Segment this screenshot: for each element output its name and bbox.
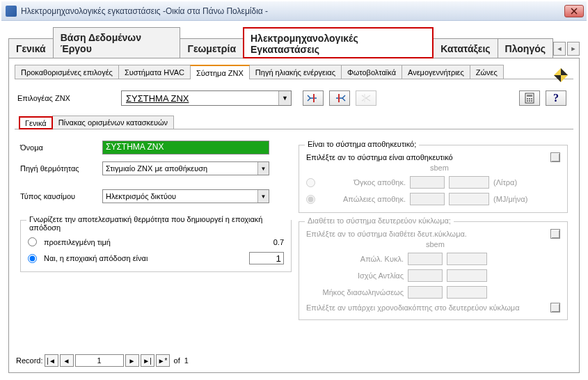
insert-right-icon: [333, 93, 346, 103]
storage-loss-unit: (MJ/μήνα): [493, 195, 534, 203]
subtab-defaults[interactable]: Προκαθορισμένες επιλογές: [15, 65, 119, 79]
record-first-button[interactable]: |◄: [45, 354, 58, 367]
secondary-group-title: Διαθέτει το σύστημα δευτερεύον κύκλωμα;: [305, 216, 454, 225]
subtab-pv[interactable]: Φωτοβολταϊκά: [341, 65, 402, 79]
inner-body: Όνομα ΣΥΣΤΗΜΑ ZNX Πηγή θερμότητας Στιγμι…: [15, 129, 573, 353]
efficiency-custom-radio[interactable]: [28, 254, 37, 263]
tab-project-db[interactable]: Βάση Δεδομένων Έργου: [53, 27, 181, 58]
tabs-inner: Γενικά Πίνακας ορισμένων κατασκευών: [15, 116, 573, 129]
insert-left-icon: [307, 93, 319, 103]
help-icon: ?: [553, 92, 559, 104]
sbem-column-header: sbem: [430, 164, 449, 172]
record-number-input[interactable]: [75, 354, 124, 367]
close-icon: [571, 8, 578, 15]
tabs-sub: Προκαθορισμένες επιλογές Συστήματα HVAC …: [15, 64, 573, 79]
heat-source-value: Στιγμιαίο ZNX με αποθήκευση: [106, 164, 207, 173]
efficiency-default-label: προεπιλεγμένη τιμή: [44, 238, 111, 246]
storage-volume-radio[interactable]: [306, 178, 315, 187]
efficiency-custom-input[interactable]: [249, 252, 284, 264]
svg-rect-4: [338, 94, 340, 102]
secondary-pump-label: Ισχύς Αντλίας: [306, 271, 404, 280]
storage-loss-sbem-button[interactable]: [410, 193, 445, 205]
remove-icon: [360, 93, 372, 103]
record-total: 1: [184, 356, 189, 365]
storage-loss-label: Απώλειες αποθηκ.: [322, 195, 406, 203]
secondary-loss-label: Απώλ. Κυκλ.: [306, 255, 404, 263]
record-prev-button[interactable]: ◄: [60, 354, 74, 367]
efficiency-group: Γνωρίζετε την αποτελεσματική θερμότητα π…: [20, 220, 292, 272]
help-button[interactable]: ?: [546, 90, 566, 106]
znx-selector-combo[interactable]: ΣΥΣΤΗΜΑ ZNX ▼: [121, 90, 292, 106]
storage-loss-radio[interactable]: [306, 195, 315, 204]
efficiency-default-radio[interactable]: [28, 237, 37, 246]
remove-button[interactable]: [356, 90, 376, 106]
svg-point-8: [527, 98, 528, 100]
record-of-label: of: [174, 356, 180, 365]
secondary-loss-input: [447, 253, 487, 265]
subtab-znx[interactable]: Σύστημα ZNX: [190, 65, 250, 79]
secondary-checkbox[interactable]: [550, 229, 560, 239]
titlebar: Ηλεκτρομηχανολογικές εγκαταστάσεις -Οικί…: [1, 1, 587, 21]
calculator-icon: [525, 93, 534, 104]
close-button[interactable]: [564, 5, 584, 17]
svg-rect-7: [527, 95, 532, 97]
subtab-solar[interactable]: Πηγή ηλιακής ενέργειας: [249, 65, 342, 79]
record-navigator: Record: |◄ ◄ ► ►| ►* of 1: [15, 353, 573, 367]
storage-group-title: Είναι το σύστημα αποθηκευτικό;: [305, 140, 419, 148]
efficiency-custom-label: Ναι, η εποχιακή απόδοση είναι: [44, 254, 148, 262]
record-next-button[interactable]: ►: [125, 354, 139, 367]
insert-right-button[interactable]: [329, 90, 350, 106]
storage-group: Είναι το σύστημα αποθηκευτικό; Επιλέξτε …: [299, 145, 568, 213]
selector-row: Επιλογέας ZNX ΣΥΣΤΗΜΑ ZNX ▼: [15, 79, 573, 113]
tab-scroll-left[interactable]: ◄: [553, 42, 566, 56]
secondary-group: Διαθέτει το σύστημα δευτερεύον κύκλωμα; …: [299, 221, 568, 320]
subtab-wind[interactable]: Ανεμογεννήτριες: [402, 65, 470, 79]
svg-point-10: [531, 98, 532, 100]
record-last-button[interactable]: ►|: [141, 354, 154, 367]
znx-selector-value: ΣΥΣΤΗΜΑ ZNX: [126, 93, 189, 104]
insert-left-button[interactable]: [303, 90, 324, 106]
app-logo-icon: [553, 67, 569, 84]
secondary-timer-label: Επιλέξτε αν υπάρχει χρονοδιακόπτης στο δ…: [306, 303, 546, 312]
panel-body: Προκαθορισμένες επιλογές Συστήματα HVAC …: [8, 58, 580, 373]
secondary-length-label: Μήκος διασωληνώσεως: [306, 288, 404, 296]
tabs-main: Γενικά Βάση Δεδομένων Έργου Γεωμετρία Ηλ…: [8, 26, 580, 58]
tab-ratings[interactable]: Κατατάξεις: [433, 38, 498, 58]
storage-checkbox[interactable]: [550, 152, 560, 162]
inner-tab-constructions[interactable]: Πίνακας ορισμένων κατασκευών: [52, 116, 174, 129]
tab-mep[interactable]: Ηλεκτρομηχανολογικές Εγκαταστάσεις: [243, 27, 434, 58]
dropdown-icon: ▼: [257, 162, 269, 175]
svg-rect-5: [364, 94, 365, 102]
storage-volume-sbem-button[interactable]: [410, 176, 445, 189]
storage-loss-input[interactable]: [449, 193, 489, 205]
secondary-length-input: [447, 286, 487, 299]
app-titlebar-icon: [6, 6, 17, 17]
tab-navigator[interactable]: Πλοηγός: [498, 38, 553, 58]
svg-rect-3: [313, 94, 315, 102]
subtab-zones[interactable]: Ζώνες: [470, 65, 504, 79]
tab-scroll-right[interactable]: ►: [567, 42, 580, 56]
efficiency-group-title: Γνωρίζετε την αποτελεσματική θερμότητα π…: [26, 215, 291, 232]
svg-point-11: [527, 100, 528, 102]
calculator-button[interactable]: [519, 90, 540, 106]
subtab-hvac[interactable]: Συστήματα HVAC: [118, 65, 191, 79]
heat-source-combo[interactable]: Στιγμιαίο ZNX με αποθήκευση ▼: [102, 161, 269, 175]
secondary-timer-checkbox: [550, 303, 560, 312]
tab-general[interactable]: Γενικά: [8, 38, 54, 58]
storage-volume-unit: (Λίτρα): [493, 178, 534, 187]
secondary-pump-sbem-button: [408, 269, 443, 282]
name-input[interactable]: ΣΥΣΤΗΜΑ ZNX: [102, 141, 269, 155]
svg-marker-1: [561, 68, 568, 75]
tab-geometry[interactable]: Γεωμετρία: [180, 38, 244, 58]
secondary-loss-sbem-button: [408, 253, 443, 265]
window: Ηλεκτρομηχανολογικές εγκαταστάσεις -Οικί…: [0, 0, 588, 380]
storage-volume-input[interactable]: [449, 176, 489, 189]
fuel-type-combo[interactable]: Ηλεκτρισμός δικτύου ▼: [102, 189, 269, 203]
secondary-sbem-header: sbem: [426, 240, 445, 248]
record-new-button[interactable]: ►*: [156, 354, 170, 367]
fuel-type-label: Τύπος καυσίμου: [20, 192, 97, 200]
record-label: Record:: [16, 356, 43, 365]
fuel-type-value: Ηλεκτρισμός δικτύου: [106, 192, 176, 200]
svg-point-9: [529, 98, 530, 100]
inner-tab-general[interactable]: Γενικά: [19, 116, 53, 129]
